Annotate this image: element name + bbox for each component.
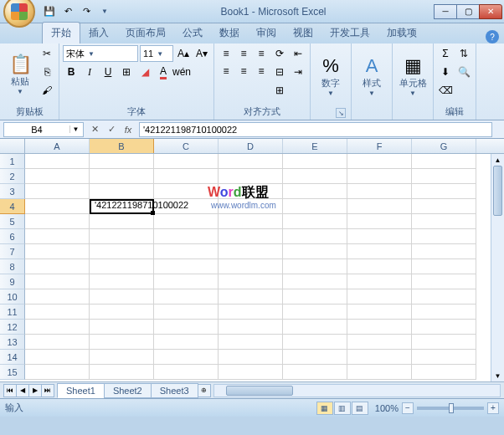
cell[interactable] [25, 169, 90, 184]
sheet-tab[interactable]: Sheet1 [57, 383, 105, 398]
cell[interactable] [219, 335, 283, 350]
cell[interactable] [347, 199, 412, 214]
cell[interactable] [90, 169, 154, 184]
cell[interactable] [154, 365, 219, 380]
grow-font-button[interactable]: A▴ [175, 45, 192, 62]
cell[interactable] [347, 274, 412, 289]
cell[interactable] [90, 274, 154, 289]
autosum-button[interactable]: Σ [437, 45, 454, 62]
name-box[interactable]: ▼ [3, 122, 84, 137]
row-header[interactable]: 7 [0, 244, 25, 259]
view-page-break-button[interactable]: ▤ [352, 402, 368, 415]
row-header[interactable]: 14 [0, 350, 25, 365]
sheet-tab[interactable]: Sheet2 [104, 383, 152, 398]
column-header[interactable]: E [283, 139, 347, 153]
number-launcher[interactable]: ↘ [336, 108, 346, 118]
cell[interactable] [154, 229, 219, 244]
row-header[interactable]: 2 [0, 169, 25, 184]
cell[interactable] [90, 244, 154, 259]
name-box-input[interactable] [4, 125, 69, 135]
font-name-combo[interactable]: 宋体▼ [63, 45, 138, 62]
cell[interactable] [90, 259, 154, 274]
cell[interactable] [283, 304, 347, 320]
view-normal-button[interactable]: ▦ [316, 402, 333, 415]
decrease-indent-button[interactable]: ⇤ [290, 45, 306, 62]
scroll-down-button[interactable]: ▼ [491, 370, 504, 381]
orientation-button[interactable]: ⟳ [271, 45, 288, 62]
cell[interactable] [412, 244, 476, 259]
cell[interactable] [283, 274, 347, 289]
align-left-button[interactable]: ≡ [218, 63, 234, 79]
cell[interactable] [412, 229, 476, 244]
qat-save-icon[interactable]: 💾 [42, 4, 57, 19]
cell[interactable] [219, 304, 283, 320]
clear-button[interactable]: ⌫ [437, 82, 454, 99]
cell[interactable] [219, 274, 283, 289]
cell[interactable] [283, 259, 347, 274]
cell[interactable] [283, 229, 347, 244]
zoom-knob[interactable] [449, 403, 454, 413]
insert-function-button[interactable]: fx [121, 122, 136, 137]
tab-view[interactable]: 视图 [285, 23, 321, 44]
cell[interactable] [90, 350, 154, 365]
cell[interactable] [90, 154, 154, 169]
cell[interactable] [25, 335, 90, 350]
cells-button[interactable]: ▦ 单元格 ▼ [396, 45, 429, 106]
qat-redo-icon[interactable]: ↷ [79, 4, 94, 19]
cell[interactable] [412, 199, 476, 214]
cell[interactable] [219, 229, 283, 244]
zoom-in-button[interactable]: + [487, 402, 499, 414]
row-header[interactable]: 10 [0, 289, 25, 304]
cell[interactable] [412, 289, 476, 304]
cell[interactable] [25, 199, 90, 214]
cell[interactable] [25, 304, 90, 320]
formula-input[interactable]: '421221198710100022 [139, 122, 492, 137]
cell[interactable] [154, 304, 219, 320]
cell[interactable] [219, 259, 283, 274]
cell[interactable] [219, 350, 283, 365]
cell[interactable] [347, 229, 412, 244]
cell[interactable] [347, 244, 412, 259]
column-header[interactable]: B [90, 139, 154, 153]
row-header[interactable]: 3 [0, 184, 25, 199]
cell[interactable] [90, 184, 154, 199]
styles-button[interactable]: A 样式 ▼ [355, 45, 388, 106]
cell[interactable] [347, 154, 412, 169]
row-header[interactable]: 11 [0, 304, 25, 320]
sort-filter-button[interactable]: ⇅ [455, 45, 472, 62]
cell[interactable] [347, 289, 412, 304]
copy-button[interactable]: ⎘ [39, 64, 55, 80]
tab-data[interactable]: 数据 [211, 23, 248, 44]
cell[interactable] [90, 335, 154, 350]
cell[interactable] [412, 365, 476, 380]
minimize-button[interactable]: ─ [434, 4, 457, 19]
border-button[interactable]: ⊞ [118, 64, 135, 80]
font-color-button[interactable]: A [155, 64, 172, 80]
view-page-layout-button[interactable]: ▥ [334, 402, 351, 415]
spreadsheet-grid[interactable]: A B C D E F G 123456789101112131415 '421… [0, 139, 504, 381]
tab-addins[interactable]: 加载项 [378, 23, 425, 44]
cell[interactable] [219, 244, 283, 259]
cell[interactable] [25, 184, 90, 199]
zoom-level[interactable]: 100% [375, 403, 399, 413]
cell[interactable] [283, 199, 347, 214]
cell[interactable] [219, 184, 283, 199]
row-header[interactable]: 4 [0, 199, 25, 214]
cell[interactable] [412, 320, 476, 335]
tab-review[interactable]: 审阅 [248, 23, 285, 44]
cell[interactable] [25, 259, 90, 274]
cell[interactable] [25, 320, 90, 335]
column-header[interactable]: C [154, 139, 219, 153]
cell[interactable] [412, 350, 476, 365]
cell[interactable] [219, 169, 283, 184]
column-header[interactable]: A [25, 139, 90, 153]
cell[interactable] [219, 365, 283, 380]
cell[interactable] [25, 214, 90, 229]
cell[interactable] [90, 289, 154, 304]
confirm-entry-button[interactable]: ✓ [104, 122, 119, 137]
cell[interactable] [347, 259, 412, 274]
cell[interactable] [283, 244, 347, 259]
sheet-nav-prev[interactable]: ◀ [16, 384, 29, 397]
cell[interactable] [347, 350, 412, 365]
cell[interactable] [154, 154, 219, 169]
